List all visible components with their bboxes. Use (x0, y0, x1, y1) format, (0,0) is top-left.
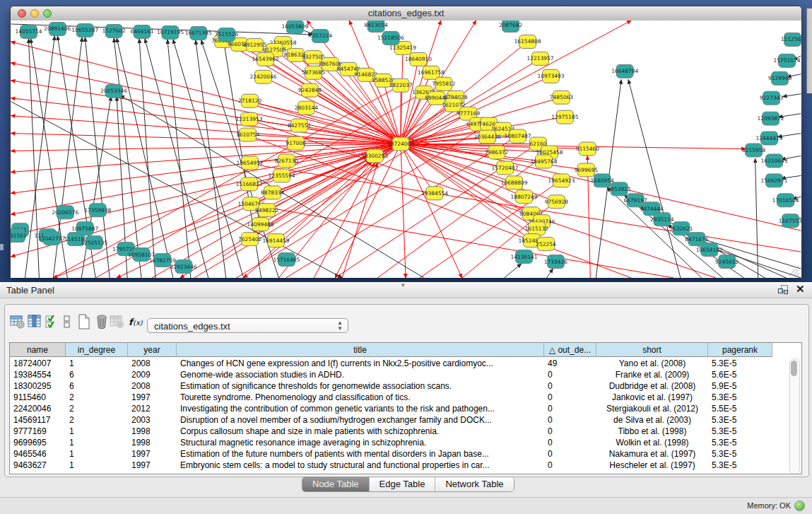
table-cell: Investigating the contribution of common… (177, 403, 544, 414)
tab-edge-table[interactable]: Edge Table (370, 477, 436, 491)
table-panel-title: Table Panel (6, 285, 54, 296)
table-cell: 5.3E-5 (708, 426, 772, 437)
status-bar: Memory: OK (0, 497, 812, 514)
table-cell: 0 (544, 380, 596, 392)
column-header-pagerank[interactable]: pagerank (708, 343, 772, 357)
window-titlebar[interactable]: citations_edges.txt (11, 6, 801, 21)
table-cell: 14569117 (10, 414, 66, 426)
vertical-scrollbar[interactable] (789, 358, 800, 474)
combobox-arrows-icon: ▲▼ (337, 320, 343, 332)
node-label: 16053809 (281, 23, 308, 30)
column-header-year[interactable]: year (128, 343, 177, 357)
node-label: 8878334 (261, 189, 285, 196)
node-label: 10688809 (501, 180, 528, 186)
node-label: 1615132 (525, 226, 548, 232)
table-row[interactable]: 946554611997Estimation of the future num… (10, 448, 772, 460)
table-row[interactable]: 2242004622012Investigating the contribut… (10, 403, 772, 414)
node-label: 9953925 (608, 186, 632, 192)
node-label: 931501 (11, 233, 27, 239)
table-cell: Embryonic stem cells: a model to study s… (177, 460, 544, 471)
table-cell: 1 (66, 437, 128, 448)
node-label: 15751074 (774, 57, 801, 64)
node-label: 18640910 (405, 56, 432, 62)
table-cell: 9463627 (10, 460, 66, 471)
tab-network-table[interactable]: Network Table (435, 477, 513, 491)
table-cell: 0 (544, 392, 596, 403)
column-header-in_degree[interactable]: in_degree (66, 343, 128, 357)
select-all-check-icon[interactable] (42, 313, 59, 331)
scrollbar-thumb[interactable] (791, 361, 797, 376)
node-label: 8215958 (742, 147, 766, 153)
table-cell: 2 (66, 403, 128, 414)
table-row[interactable]: 1456911722003Disruption of a novel membe… (10, 414, 772, 426)
background-window-edge (806, 8, 812, 93)
node-label: 7955812 (432, 81, 455, 87)
node-label: 16914459 (262, 238, 289, 244)
table-cell: 6 (66, 380, 128, 392)
node-label: 9699695 (575, 167, 599, 173)
node-label: 9245652 (715, 259, 739, 265)
table-cell: 9115460 (10, 392, 66, 403)
network-canvas[interactable]: 1872400718300295193845547663822966012389… (11, 21, 801, 278)
table-cell: 5.5E-5 (708, 403, 772, 414)
node-label: 22420046 (250, 74, 277, 80)
table-row[interactable]: 1872400712008Changes of HCN gene express… (10, 358, 772, 369)
node-label: 10807487 (505, 133, 531, 139)
node-label: 14136141 (511, 254, 538, 260)
float-panel-icon[interactable] (778, 285, 788, 294)
table-row[interactable]: 946362711997Embryonic stem cells: a mode… (10, 460, 772, 471)
node-label: 1640954 (591, 177, 615, 184)
table-cell: 18724007 (10, 358, 66, 369)
citation-network-graph[interactable]: 1872400718300295193845547663822966012389… (11, 21, 801, 278)
node-label: 9227343 (760, 95, 784, 101)
node-label: 16782759 (149, 257, 176, 264)
node-label: 12213953 (236, 116, 263, 122)
node-label: 1167553 (779, 218, 801, 224)
table-cell: 2008 (128, 358, 177, 369)
table-row[interactable]: 977716911998Corpus callosum shape and si… (10, 426, 772, 437)
node-label: 12975185 (551, 114, 578, 120)
table-cell: Dudbridge et al. (2008) (596, 380, 708, 392)
tab-node-table[interactable]: Node Table (302, 477, 370, 491)
table-cell: Estimation of the future numbers of pati… (177, 448, 544, 460)
function-builder-icon[interactable]: f(x) (126, 313, 143, 331)
close-panel-icon[interactable]: ✕ (796, 284, 805, 295)
table-cell: Hescheler et al. (1997) (596, 460, 708, 471)
table-row[interactable]: 1938455462009Genome-wide association stu… (10, 369, 772, 380)
table-cell: 5.3E-5 (708, 358, 772, 369)
table-cell: 0 (544, 414, 596, 426)
network-view-window: citations_edges.txt 18724007183002951938… (10, 6, 802, 278)
table-cell: 5.6E-5 (708, 369, 772, 380)
row-height-icon[interactable] (58, 313, 75, 331)
table-cell: Yano et al. (2008) (596, 358, 708, 369)
table-cell: Estimation of significance thresholds fo… (177, 380, 544, 392)
node-label: 8427552 (288, 122, 311, 129)
memory-status-indicator[interactable] (794, 501, 805, 511)
node-label: 8813054 (364, 22, 388, 28)
table-selector-combobox[interactable]: citations_edges.txt ▲▼ (147, 318, 348, 333)
table-cell: 5.3E-5 (708, 448, 772, 460)
column-header-title[interactable]: title (177, 343, 544, 357)
divider-grip-icon[interactable]: ▾ (401, 281, 405, 288)
column-header-short[interactable]: short (596, 343, 708, 357)
table-row[interactable]: 911546021997Tourette syndrome. Phenomeno… (10, 392, 772, 403)
node-label: 9327505 (302, 54, 326, 60)
show-column-icon[interactable] (25, 313, 42, 331)
table-type-tabs: Node TableEdge TableNetwork Table (302, 477, 514, 492)
table-settings-icon[interactable] (8, 313, 25, 331)
node-label: 1822037 (389, 82, 413, 88)
table-cell: 1 (66, 358, 128, 369)
table-cell: 22420046 (10, 403, 66, 414)
node-label: 15166827 (236, 181, 263, 187)
table-row[interactable]: 1830029562008Estimation of significance … (10, 380, 772, 392)
column-header-out_de[interactable]: △ out_de... (544, 343, 596, 357)
node-table[interactable]: namein_degreeyeartitle△ out_de...shortpa… (9, 342, 802, 474)
table-cell: 2008 (128, 380, 177, 392)
table-row[interactable]: 969969511998Structural magnetic resonanc… (10, 437, 772, 448)
delete-column-icon[interactable] (107, 313, 124, 331)
column-header-name[interactable]: name (10, 343, 66, 357)
node-label: 16210643 (761, 158, 788, 164)
new-table-icon[interactable] (75, 313, 92, 331)
table-cell: Jankovic et al. (1997) (596, 392, 708, 403)
node-label: 6679197 (623, 197, 647, 204)
